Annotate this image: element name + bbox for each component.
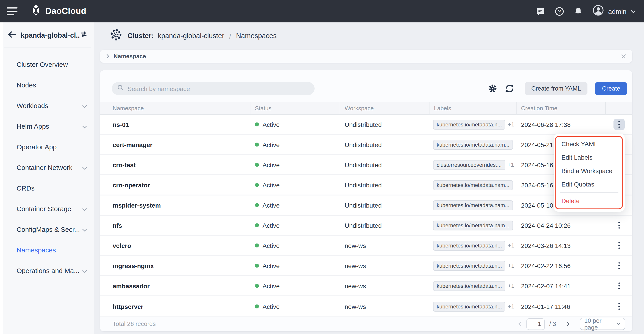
status-dot — [255, 183, 259, 187]
context-menu-delete[interactable]: Delete — [554, 194, 625, 208]
sidebar-item[interactable]: CRDs — [3, 178, 94, 198]
column-header-actions — [606, 102, 632, 114]
create-from-yaml-button[interactable]: Create from YAML — [524, 82, 588, 95]
label-more-count[interactable]: +1 — [508, 303, 514, 310]
workspace-cell: new-ws — [340, 242, 430, 249]
sidebar-item-label: CRDs — [16, 184, 87, 192]
back-arrow-icon[interactable] — [7, 29, 17, 41]
create-button[interactable]: Create — [595, 82, 627, 95]
label-chip[interactable]: kubernetes.io/metadata.n... — [433, 241, 506, 250]
svg-text:?: ? — [558, 8, 561, 14]
sidebar-item[interactable]: Container Network — [3, 157, 94, 178]
close-icon[interactable] — [621, 54, 626, 59]
page-size-select[interactable]: 10 per page — [580, 318, 625, 330]
column-header-status: Status — [250, 102, 340, 114]
namespace-collapse-bar[interactable]: Namespace — [100, 50, 632, 63]
table-row: ingress-nginx Active new-ws kubernetes.i… — [100, 256, 632, 276]
sidebar-item[interactable]: Helm Apps — [3, 116, 94, 136]
sidebar-item[interactable]: Container Storage — [3, 198, 94, 219]
user-menu[interactable]: admin — [592, 4, 636, 18]
sidebar-menu: Cluster Overview Nodes Workloads Helm — [3, 48, 94, 281]
workspace-cell: Undistributed — [340, 161, 430, 168]
search-input[interactable] — [128, 85, 309, 92]
pagination: / 3 10 per page — [518, 318, 625, 330]
status-text: Active — [262, 242, 280, 249]
app-window: DaoCloud ? — [0, 0, 644, 334]
context-menu-item[interactable]: Check YAML — [554, 137, 625, 151]
label-more-count[interactable]: +1 — [507, 161, 514, 168]
sidebar-item-label: Operations and Ma... — [16, 267, 82, 274]
context-menu-item[interactable]: Edit Quotas — [554, 178, 625, 191]
namespace-name-link[interactable]: cro-operator — [100, 181, 250, 189]
label-chip[interactable]: kubernetes.io/metadata.nam... — [433, 200, 513, 210]
label-chip[interactable]: kubernetes.io/metadata.n... — [433, 261, 506, 271]
namespace-name-link[interactable]: mspider-system — [100, 202, 250, 209]
topbar: DaoCloud ? — [0, 0, 644, 22]
namespace-name-link[interactable]: cert-manager — [100, 141, 250, 148]
context-menu-item[interactable]: Edit Labels — [554, 151, 625, 164]
namespace-name-link[interactable]: cro-test — [100, 161, 250, 168]
namespace-name-link[interactable]: httpserver — [100, 303, 250, 310]
row-actions-kebab-button[interactable] — [614, 260, 625, 271]
label-chip[interactable]: kubernetes.io/metadata.nam... — [433, 140, 513, 150]
label-more-count[interactable]: +1 — [508, 121, 514, 128]
label-chip[interactable]: kubernetes.io/metadata.n... — [433, 302, 506, 311]
workspace-cell: new-ws — [340, 262, 430, 269]
table-row: cro-operator Active Undistributed kubern… — [100, 175, 632, 195]
workspace-cell: Undistributed — [340, 202, 430, 209]
column-header-creation-time: Creation Time — [516, 102, 606, 114]
namespace-name-link[interactable]: ingress-nginx — [100, 262, 250, 269]
sidebar-item[interactable]: Operator App — [3, 136, 94, 157]
chevron-down-icon — [82, 267, 87, 274]
help-icon[interactable]: ? — [555, 6, 564, 16]
sidebar-item-label: Helm Apps — [16, 122, 82, 130]
breadcrumb-cluster-link[interactable]: kpanda-global-cluster — [158, 32, 224, 40]
row-actions-kebab-button[interactable] — [614, 119, 625, 130]
column-header-labels: Labels — [430, 102, 516, 114]
search-box[interactable] — [112, 82, 314, 95]
sidebar-item[interactable]: Nodes — [3, 74, 94, 95]
chevron-down-icon — [82, 101, 87, 109]
previous-page-icon[interactable] — [518, 321, 522, 327]
next-page-icon[interactable] — [566, 321, 570, 327]
settings-gear-icon[interactable] — [488, 84, 497, 93]
namespace-name-link[interactable]: ns-01 — [100, 121, 250, 128]
status-dot — [255, 203, 259, 207]
label-chip[interactable]: clusterresourceoverrides.... — [433, 160, 505, 170]
column-header-namespace: Namespace — [100, 102, 250, 114]
row-actions-kebab-button[interactable] — [614, 220, 625, 231]
context-menu-item[interactable]: Bind a Workspace — [554, 164, 625, 178]
label-more-count[interactable]: +1 — [508, 242, 514, 249]
switch-cluster-icon[interactable] — [80, 30, 88, 40]
label-chip[interactable]: kubernetes.io/metadata.n... — [433, 119, 506, 129]
messages-icon[interactable] — [536, 6, 545, 16]
sidebar-item[interactable]: Cluster Overview — [3, 54, 94, 74]
label-chip[interactable]: kubernetes.io/metadata.nam... — [433, 180, 513, 190]
workspace-cell: new-ws — [340, 282, 430, 289]
page-number-input[interactable] — [526, 318, 545, 330]
status-dot — [255, 243, 259, 248]
creation-time-cell: 2024-02-22 16:56 — [516, 262, 606, 269]
label-more-count[interactable]: +1 — [508, 283, 514, 289]
sidebar-item[interactable]: Workloads — [3, 95, 94, 116]
sidebar-item[interactable]: Operations and Ma... — [3, 260, 94, 281]
row-actions-kebab-button[interactable] — [614, 240, 625, 251]
status-dot — [255, 264, 259, 268]
brand-name: DaoCloud — [45, 6, 86, 16]
hamburger-menu-icon[interactable] — [7, 7, 18, 15]
notifications-bell-icon[interactable] — [574, 6, 583, 16]
row-actions-kebab-button[interactable] — [614, 280, 625, 292]
label-chip[interactable]: kubernetes.io/metadata.nam... — [433, 220, 513, 230]
namespace-name-link[interactable]: ambassador — [100, 282, 250, 289]
label-chip[interactable]: kubernetes.io/metadata.n... — [433, 281, 506, 291]
namespace-name-link[interactable]: velero — [100, 242, 250, 249]
table-row: velero Active new-ws kubernetes.io/metad… — [100, 236, 632, 256]
namespace-name-link[interactable]: nfs — [100, 222, 250, 229]
refresh-icon[interactable] — [505, 84, 514, 93]
table-row: cro-test Active Undistributed clusterres… — [100, 155, 632, 175]
sidebar-item[interactable]: ConfigMaps & Secr... — [3, 219, 94, 239]
creation-time-cell: 2024-06-28 17:38 — [516, 121, 606, 128]
sidebar-item[interactable]: Namespaces — [3, 239, 94, 260]
row-actions-kebab-button[interactable] — [614, 301, 625, 312]
label-more-count[interactable]: +1 — [508, 262, 514, 269]
